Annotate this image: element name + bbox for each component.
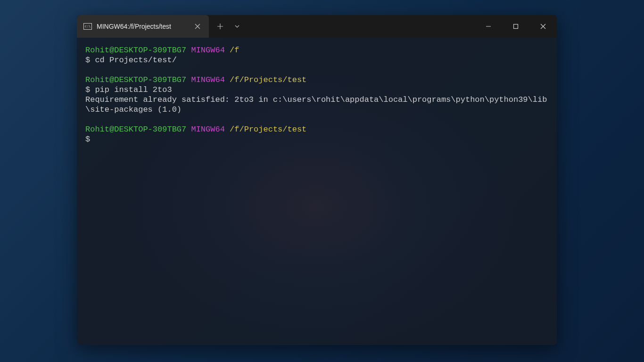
title-bar[interactable]: MINGW64:/f/Projects/test [77,15,557,38]
minimize-button[interactable] [475,15,502,38]
close-icon [540,24,546,29]
prompt-line: Rohit@DESKTOP-309TBG7 MINGW64 /f/Project… [85,124,548,134]
terminal-window: MINGW64:/f/Projects/test [77,15,557,345]
terminal-body[interactable]: Rohit@DESKTOP-309TBG7 MINGW64 /f $ cd Pr… [77,38,557,345]
mingw-label: MINGW64 [191,125,224,134]
command-block: Rohit@DESKTOP-309TBG7 MINGW64 /f/Project… [85,75,548,115]
command-text: pip install 2to3 [95,85,172,94]
user-host: Rohit@DESKTOP-309TBG7 [85,75,186,84]
window-controls [475,15,557,38]
prompt-symbol: $ [85,85,90,94]
user-host: Rohit@DESKTOP-309TBG7 [85,46,186,55]
working-path: /f/Projects/test [230,125,306,134]
mingw-label: MINGW64 [191,75,224,84]
new-tab-button[interactable] [213,19,228,34]
tab-close-button[interactable] [192,21,203,32]
tab-controls [209,19,248,34]
prompt-symbol: $ [85,56,90,65]
terminal-tab[interactable]: MINGW64:/f/Projects/test [77,15,209,38]
tab-dropdown-button[interactable] [230,19,245,34]
working-path: /f/Projects/test [230,75,306,84]
working-path: /f [230,46,239,55]
prompt-line: Rohit@DESKTOP-309TBG7 MINGW64 /f/Project… [85,75,548,85]
chevron-down-icon [234,24,240,29]
close-icon [195,24,200,29]
command-block: Rohit@DESKTOP-309TBG7 MINGW64 /f $ cd Pr… [85,45,548,66]
prompt-line: Rohit@DESKTOP-309TBG7 MINGW64 /f [85,45,548,55]
window-close-button[interactable] [529,15,557,38]
command-block: Rohit@DESKTOP-309TBG7 MINGW64 /f/Project… [85,124,548,145]
output-line: Requirement already satisfied: 2to3 in c… [85,95,548,115]
command-text: cd Projects/test/ [95,56,176,65]
maximize-icon [513,24,519,29]
plus-icon [217,23,223,30]
command-line: $ [85,134,548,144]
svg-rect-5 [514,25,518,29]
minimize-icon [486,24,491,29]
command-line: $ pip install 2to3 [85,85,548,95]
cmd-icon [83,23,92,30]
prompt-symbol: $ [85,135,90,144]
maximize-button[interactable] [502,15,529,38]
mingw-label: MINGW64 [191,46,224,55]
tab-title: MINGW64:/f/Projects/test [97,23,187,30]
user-host: Rohit@DESKTOP-309TBG7 [85,125,186,134]
command-line: $ cd Projects/test/ [85,55,548,65]
